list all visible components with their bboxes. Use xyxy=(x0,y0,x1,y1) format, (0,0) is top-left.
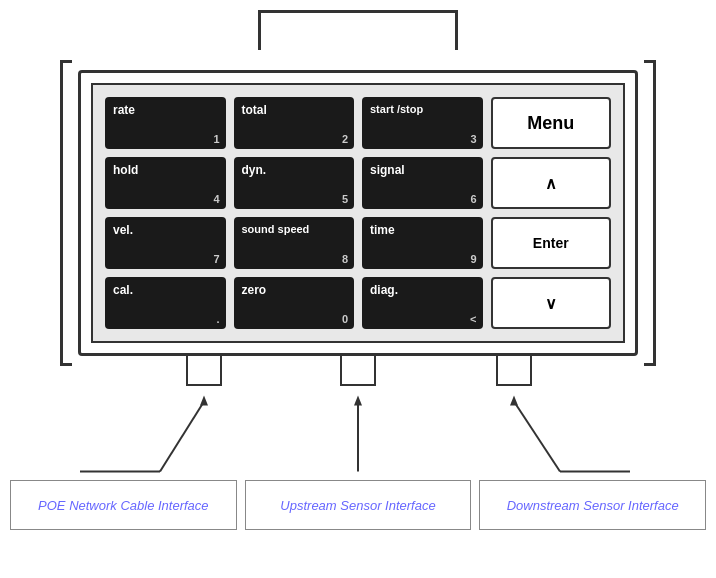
key-start-stop-number: 3 xyxy=(470,133,476,145)
key-down-label: ∨ xyxy=(545,294,557,313)
port-middle xyxy=(340,356,376,386)
port-right xyxy=(496,356,532,386)
labels-area: POE Network Cable Interface Upstream Sen… xyxy=(0,480,716,530)
key-up-label: ∧ xyxy=(545,174,557,193)
top-area xyxy=(0,0,716,70)
key-total-number: 2 xyxy=(342,133,348,145)
key-cal-label: cal. xyxy=(113,283,218,297)
key-cal[interactable]: cal. . xyxy=(105,277,226,329)
key-vel-label: vel. xyxy=(113,223,218,237)
key-signal-label: signal xyxy=(370,163,475,177)
key-hold-number: 4 xyxy=(213,193,219,205)
key-diag[interactable]: diag. < xyxy=(362,277,483,329)
key-cal-number: . xyxy=(216,313,219,325)
key-start-stop[interactable]: start /stop 3 xyxy=(362,97,483,149)
key-dyn-label: dyn. xyxy=(242,163,347,177)
key-signal[interactable]: signal 6 xyxy=(362,157,483,209)
device-outer: rate 1 total 2 start /stop 3 Menu xyxy=(78,70,638,356)
key-hold[interactable]: hold 4 xyxy=(105,157,226,209)
label-downstream-text: Downstream Sensor Interface xyxy=(507,498,679,513)
key-menu[interactable]: Menu xyxy=(491,97,612,149)
key-signal-number: 6 xyxy=(470,193,476,205)
key-hold-label: hold xyxy=(113,163,218,177)
key-zero[interactable]: zero 0 xyxy=(234,277,355,329)
key-rate[interactable]: rate 1 xyxy=(105,97,226,149)
key-zero-label: zero xyxy=(242,283,347,297)
key-time-label: time xyxy=(370,223,475,237)
label-upstream: Upstream Sensor Interface xyxy=(245,480,472,530)
key-total[interactable]: total 2 xyxy=(234,97,355,149)
port-left xyxy=(186,356,222,386)
svg-line-5 xyxy=(514,402,560,472)
svg-marker-1 xyxy=(200,396,208,406)
label-upstream-text: Upstream Sensor Interface xyxy=(280,498,435,513)
svg-line-0 xyxy=(160,402,204,472)
key-dyn-number: 5 xyxy=(342,193,348,205)
ports-row xyxy=(78,356,638,391)
key-total-label: total xyxy=(242,103,347,117)
key-vel[interactable]: vel. 7 xyxy=(105,217,226,269)
key-rate-label: rate xyxy=(113,103,218,117)
key-menu-label: Menu xyxy=(527,113,574,134)
svg-marker-4 xyxy=(354,396,362,406)
key-zero-number: 0 xyxy=(342,313,348,325)
key-rate-number: 1 xyxy=(213,133,219,145)
key-diag-number: < xyxy=(470,313,476,325)
key-enter[interactable]: Enter xyxy=(491,217,612,269)
arrows-area xyxy=(0,391,716,476)
device-section: rate 1 total 2 start /stop 3 Menu xyxy=(0,70,716,391)
key-time[interactable]: time 9 xyxy=(362,217,483,269)
bracket-top xyxy=(258,10,458,50)
label-poe: POE Network Cable Interface xyxy=(10,480,237,530)
svg-marker-6 xyxy=(510,396,518,406)
page-container: rate 1 total 2 start /stop 3 Menu xyxy=(0,0,716,578)
device-wrapper: rate 1 total 2 start /stop 3 Menu xyxy=(78,70,638,356)
key-time-number: 9 xyxy=(470,253,476,265)
label-poe-text: POE Network Cable Interface xyxy=(38,498,209,513)
key-down[interactable]: ∨ xyxy=(491,277,612,329)
key-sound-speed-number: 8 xyxy=(342,253,348,265)
key-sound-speed[interactable]: sound speed 8 xyxy=(234,217,355,269)
side-rail-left xyxy=(60,60,72,366)
key-start-stop-label: start /stop xyxy=(370,103,475,116)
key-enter-label: Enter xyxy=(533,235,569,251)
arrows-svg xyxy=(0,391,716,481)
key-up[interactable]: ∧ xyxy=(491,157,612,209)
side-rail-right xyxy=(644,60,656,366)
key-sound-speed-label: sound speed xyxy=(242,223,347,236)
label-downstream: Downstream Sensor Interface xyxy=(479,480,706,530)
key-dyn[interactable]: dyn. 5 xyxy=(234,157,355,209)
keypad: rate 1 total 2 start /stop 3 Menu xyxy=(91,83,625,343)
key-vel-number: 7 xyxy=(213,253,219,265)
key-diag-label: diag. xyxy=(370,283,475,297)
